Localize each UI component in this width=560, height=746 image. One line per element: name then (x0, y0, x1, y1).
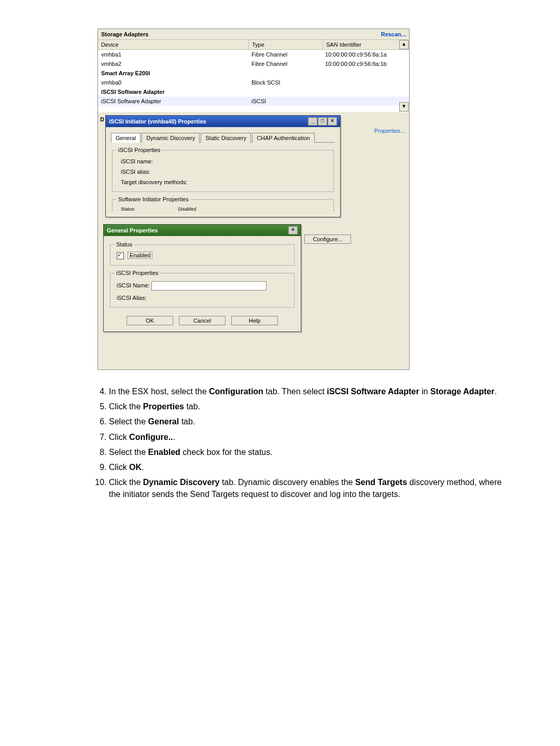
iscsi-name-label: iSCSI name: (121, 158, 329, 164)
enabled-label: Enabled (128, 252, 152, 259)
details-label: D (100, 116, 104, 122)
iscsi-properties-fieldset: iSCSI Properties iSCSI name: iSCSI alias… (112, 147, 334, 192)
iscsi-properties-fieldset-2: iSCSI Properties iSCSI Name: iSCSI Alias… (110, 270, 295, 308)
help-button[interactable]: Help (231, 316, 278, 325)
col-type[interactable]: Type (249, 40, 323, 49)
iscsi-name-label-2: iSCSI Name: (117, 282, 150, 288)
close-icon[interactable]: × (288, 226, 298, 234)
step-7: Click Configure... (109, 431, 508, 443)
col-device[interactable]: Device (98, 40, 249, 49)
enabled-checkbox[interactable] (117, 252, 124, 259)
minimize-icon[interactable]: _ (308, 117, 317, 126)
group-row: iSCSI Software Adapter (98, 87, 409, 96)
step-4: In the ESX host, select the Configuratio… (109, 385, 508, 397)
iscsi-initiator-dialog: iSCSI Initiator (vmhba40) Properties _□×… (105, 115, 341, 217)
close-icon[interactable]: × (328, 117, 337, 126)
step-6: Select the General tab. (109, 416, 508, 427)
iscsi-name-input[interactable] (151, 281, 267, 291)
step-5: Click the Properties tab. (109, 400, 508, 412)
properties-link[interactable]: Properties... (374, 128, 405, 134)
ok-button[interactable]: OK (127, 316, 173, 325)
target-discovery-label: Target discovery methods: (121, 179, 329, 185)
window-controls: × (288, 226, 298, 234)
tab-chap-auth[interactable]: CHAP Authentication (252, 133, 315, 143)
maximize-icon[interactable]: □ (318, 117, 327, 126)
step-10: Click the Dynamic Discovery tab. Dynamic… (109, 476, 508, 500)
dialog1-title: iSCSI Initiator (vmhba40) Properties (109, 118, 206, 125)
configure-button[interactable]: Configure... (304, 234, 351, 244)
grid-header: Device Type SAN Identifier ▲ (98, 40, 409, 50)
dialog2-title: General Properties (107, 227, 158, 233)
step-8: Select the Enabled check box for the sta… (109, 446, 508, 458)
rescan-link[interactable]: Rescan... (381, 31, 406, 37)
panel-title: Storage Adapters (101, 31, 148, 37)
scroll-down-icon[interactable]: ▼ (399, 102, 409, 112)
dialog1-tabs: General Dynamic Discovery Static Discove… (111, 132, 335, 143)
col-san[interactable]: SAN Identifier (323, 40, 409, 49)
step-9: Click OK. (109, 461, 508, 473)
status-value: Disabled (178, 206, 197, 212)
window-controls: _□× (307, 117, 337, 126)
software-initiator-fieldset: Software Initiator Properties Status: Di… (112, 196, 334, 212)
table-row[interactable]: vmhba2 Fibre Channel 10:00:00:00:c9:56:8… (98, 59, 409, 68)
scroll-up-icon[interactable]: ▲ (399, 40, 409, 49)
group-row: Smart Array E200i (98, 68, 409, 78)
general-properties-dialog: General Properties × Status Enabled (103, 224, 301, 332)
tab-general[interactable]: General (111, 133, 141, 143)
iscsi-alias-label: iSCSI alias: (121, 169, 329, 175)
cancel-button[interactable]: Cancel (179, 316, 226, 325)
storage-adapters-panel: Storage Adapters Rescan... Device Type S… (97, 29, 410, 370)
table-row-selected[interactable]: iSCSI Software Adapter iSCSI (98, 96, 409, 106)
status-label: Status: (121, 206, 135, 212)
status-fieldset: Status Enabled (110, 241, 295, 266)
iscsi-alias-label-2: iSCSI Alias: (117, 295, 146, 301)
table-row[interactable]: vmhba1 Fibre Channel 10:00:00:00:c9:56:8… (98, 50, 409, 59)
grid-body: vmhba1 Fibre Channel 10:00:00:00:c9:56:8… (98, 50, 409, 112)
tab-dynamic-discovery[interactable]: Dynamic Discovery (142, 133, 200, 143)
instruction-list: In the ESX host, select the Configuratio… (96, 385, 508, 501)
tab-static-discovery[interactable]: Static Discovery (201, 133, 251, 143)
table-row[interactable]: vmhba0 Block SCSI (98, 78, 409, 87)
